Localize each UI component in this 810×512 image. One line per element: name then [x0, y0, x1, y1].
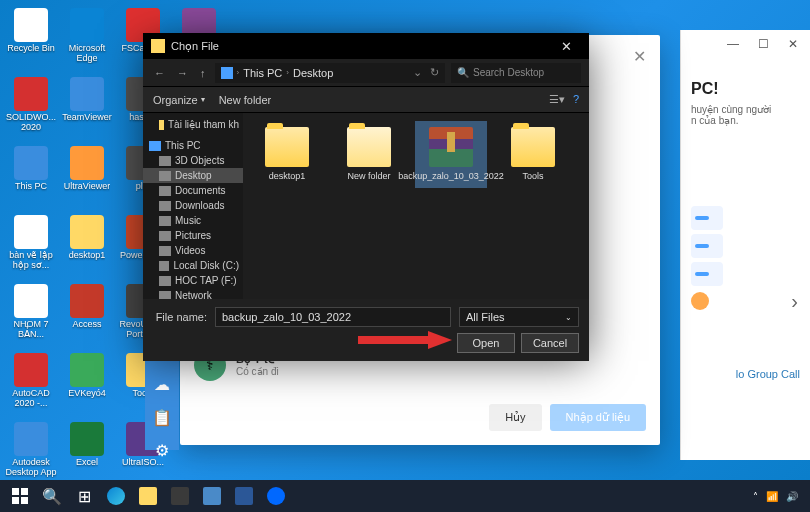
search-input[interactable]: 🔍 Search Desktop	[451, 63, 581, 83]
nav-back-icon[interactable]: ←	[151, 67, 168, 79]
mail-icon[interactable]	[196, 482, 228, 510]
desktop-icon[interactable]: TeamViewer	[60, 73, 114, 140]
maximize-icon[interactable]: ☐	[752, 36, 774, 52]
modal-close-icon[interactable]: ✕	[633, 47, 646, 66]
desktop-icon[interactable]: Autodesk Desktop App	[4, 418, 58, 485]
zalo-icon[interactable]	[260, 482, 292, 510]
desktop-icon[interactable]: Excel	[60, 418, 114, 485]
dialog-title: Chọn File	[171, 40, 219, 53]
pc-icon	[221, 67, 233, 79]
open-button[interactable]: Open	[457, 333, 515, 353]
panel-text1: huyện cùng người	[691, 104, 800, 115]
cloud-icon[interactable]: ☁	[154, 375, 170, 394]
desktop-icon[interactable]: UltraViewer	[60, 142, 114, 209]
file-item[interactable]: New folder	[333, 121, 405, 188]
filetype-select[interactable]: All Files⌄	[459, 307, 579, 327]
svg-rect-2	[12, 497, 19, 504]
desktop-icon[interactable]: This PC	[4, 142, 58, 209]
desktop-icon[interactable]: desktop1	[60, 211, 114, 278]
desktop-icon[interactable]: SOLIDWO... 2020	[4, 73, 58, 140]
svg-rect-0	[12, 488, 19, 495]
file-item[interactable]: backup_zalo_10_03_2022	[415, 121, 487, 188]
explorer-icon[interactable]	[132, 482, 164, 510]
cancel-button[interactable]: Hủy	[489, 404, 541, 431]
store-icon[interactable]	[164, 482, 196, 510]
svg-rect-1	[21, 488, 28, 495]
panel-title: PC!	[691, 80, 800, 98]
panel-cards	[691, 206, 800, 310]
group-call-link[interactable]: lo Group Call	[736, 368, 800, 380]
tree-item[interactable]: Music	[143, 213, 243, 228]
desktop-icon[interactable]: Access	[60, 280, 114, 347]
file-list[interactable]: desktop1New folderbackup_zalo_10_03_2022…	[243, 113, 589, 299]
desktop-icon[interactable]: NHÓM 7 BẢN...	[4, 280, 58, 347]
wifi-icon[interactable]: 📶	[766, 491, 778, 502]
gear-icon[interactable]: ⚙	[155, 441, 169, 460]
taskview-icon[interactable]: ⊞	[68, 482, 100, 510]
tree-item[interactable]: Pictures	[143, 228, 243, 243]
tree-item[interactable]: Downloads	[143, 198, 243, 213]
folder-tree[interactable]: Tài liệu tham kh This PC 3D ObjectsDeskt…	[143, 113, 243, 299]
folder-icon	[151, 39, 165, 53]
word-icon[interactable]	[228, 482, 260, 510]
panel-text2: n của bạn.	[691, 115, 800, 126]
tree-item[interactable]: 3D Objects	[143, 153, 243, 168]
tree-item[interactable]: Desktop	[143, 168, 243, 183]
tree-item[interactable]: Network	[143, 288, 243, 299]
clipboard-icon[interactable]: 📋	[152, 408, 172, 427]
import-button[interactable]: Nhập dữ liệu	[550, 404, 646, 431]
desktop-icon[interactable]: bàn vẽ lập hộp sơ...	[4, 211, 58, 278]
close-icon[interactable]: ✕	[782, 36, 804, 52]
address-bar[interactable]: › This PC › Desktop ⌄ ↻	[215, 63, 446, 83]
desktop-icon[interactable]: Recycle Bin	[4, 4, 58, 71]
filename-input[interactable]	[215, 307, 451, 327]
zalo-right-panel: — ☐ ✕ PC! huyện cùng người n của bạn. › …	[680, 30, 810, 460]
filename-label: File name:	[153, 311, 207, 323]
dropdown-icon[interactable]: ⌄	[413, 66, 422, 79]
search-icon[interactable]: 🔍	[36, 482, 68, 510]
file-item[interactable]: desktop1	[251, 121, 323, 188]
chevron-right-icon[interactable]: ›	[791, 290, 798, 313]
start-button[interactable]	[4, 482, 36, 510]
tree-item[interactable]: Local Disk (C:)	[143, 258, 243, 273]
refresh-icon[interactable]: ↻	[430, 66, 439, 79]
taskbar[interactable]: 🔍 ⊞ ˄ 📶 🔊	[0, 480, 810, 512]
file-open-dialog: Chọn File ✕ ← → ↑ › This PC › Desktop ⌄ …	[143, 33, 589, 351]
tree-item[interactable]: Documents	[143, 183, 243, 198]
system-tray[interactable]: ˄ 📶 🔊	[753, 491, 806, 502]
file-item[interactable]: Tools	[497, 121, 569, 188]
organize-menu[interactable]: Organize ▾	[153, 94, 205, 106]
desktop-icon[interactable]: AutoCAD 2020 -...	[4, 349, 58, 416]
new-folder-button[interactable]: New folder	[219, 94, 272, 106]
edge-icon[interactable]	[100, 482, 132, 510]
nav-forward-icon[interactable]: →	[174, 67, 191, 79]
help-icon[interactable]: ?	[573, 93, 579, 106]
tree-item[interactable]: HOC TAP (F:)	[143, 273, 243, 288]
minimize-icon[interactable]: —	[722, 36, 744, 52]
desktop-icon[interactable]: EVKeyó4	[60, 349, 114, 416]
view-icon[interactable]: ☰▾	[549, 93, 565, 106]
volume-icon[interactable]: 🔊	[786, 491, 798, 502]
desktop-icon[interactable]: Microsoft Edge	[60, 4, 114, 71]
search-icon: 🔍	[457, 67, 469, 78]
svg-rect-3	[21, 497, 28, 504]
tray-chevron-icon[interactable]: ˄	[753, 491, 758, 502]
dialog-close-icon[interactable]: ✕	[551, 39, 581, 54]
cancel-button[interactable]: Cancel	[521, 333, 579, 353]
dialog-titlebar[interactable]: Chọn File ✕	[143, 33, 589, 59]
tree-item[interactable]: Videos	[143, 243, 243, 258]
nav-up-icon[interactable]: ↑	[197, 67, 209, 79]
